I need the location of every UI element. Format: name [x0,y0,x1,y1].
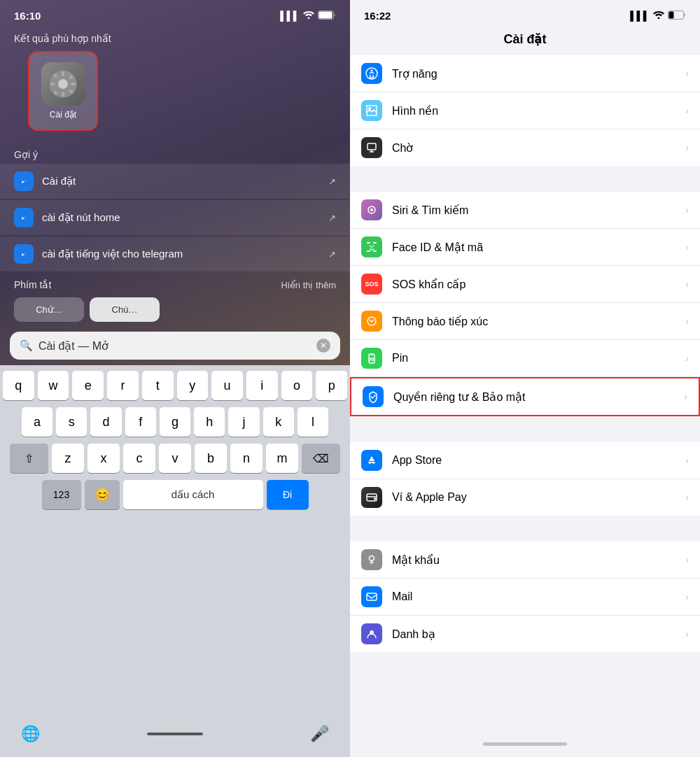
right-battery [668,10,686,22]
svg-rect-22 [368,143,376,150]
key-r[interactable]: r [107,371,139,400]
key-c[interactable]: c [123,444,155,473]
mic-icon[interactable]: 🎤 [310,725,329,743]
svg-point-30 [373,246,374,247]
right-home-indicator-bar [350,737,700,757]
svg-rect-26 [373,242,377,243]
quyen-rieng-tu-label: Quyền riêng tư & Bảo mật [393,390,684,404]
key-f[interactable]: f [125,407,156,437]
best-match-app-name: Cài đặt [50,110,76,120]
key-j[interactable]: j [228,407,259,437]
suggestion-item-2[interactable]: cài đặt tiếng việt cho telegram ↗ [0,236,350,271]
search-icon: 🔍 [20,339,33,352]
key-w[interactable]: w [38,371,69,400]
settings-row-faceid[interactable]: Face ID & Mật mã › [350,229,700,266]
tro-nang-label: Trợ năng [392,67,685,80]
svg-rect-34 [370,358,374,361]
sos-label: SOS khẩn cấp [392,278,685,291]
key-b[interactable]: b [195,444,227,473]
key-e[interactable]: e [72,371,104,400]
key-q[interactable]: q [3,371,34,400]
settings-row-mail[interactable]: Mail › [350,579,700,616]
globe-icon[interactable]: 🌐 [21,725,40,743]
wifi-icon [303,10,314,21]
key-k[interactable]: k [263,407,294,437]
appstore-icon [361,450,382,471]
key-v[interactable]: v [159,444,191,473]
key-shift[interactable]: ⇧ [10,444,48,473]
settings-row-thong-bao[interactable]: Thông báo tiếp xúc › [350,303,700,340]
key-d[interactable]: d [90,407,121,437]
search-bar[interactable]: 🔍 Cài đặt — Mở ✕ [10,332,340,360]
thong-bao-icon [361,311,382,332]
settings-row-tro-nang[interactable]: Trợ năng › [350,55,700,92]
left-panel: 16:10 ▌▌▌ Kết quả phù hợp nhất [0,0,350,757]
settings-row-sos[interactable]: SOS SOS khẩn cấp › [350,266,700,303]
key-y[interactable]: y [177,371,209,400]
key-x[interactable]: x [88,444,120,473]
key-t[interactable]: t [142,371,174,400]
right-signal-icon: ▌▌▌ [630,10,650,21]
key-u[interactable]: u [211,371,243,400]
keyboard-row-3: ⇧ z x c v b n m ⌫ [3,444,347,473]
pin-icon [361,348,382,369]
suggestion-text-1: cài đặt nút home [42,211,320,224]
settings-row-appstore[interactable]: App Store › [350,442,700,479]
search-clear-button[interactable]: ✕ [316,339,330,353]
settings-row-quyen-rieng-tu[interactable]: Quyền riêng tư & Bảo mật › [350,377,700,416]
shortcut-chip-0[interactable]: Chứ… [14,297,84,322]
key-123[interactable]: 123 [42,480,81,509]
suggestion-item-0[interactable]: Cài đặt ↗ [0,164,350,199]
key-i[interactable]: i [246,371,278,400]
key-s[interactable]: s [56,407,87,437]
mat-khau-label: Mật khẩu [392,553,685,567]
shortcuts-more[interactable]: Hiển thị thêm [281,280,336,290]
shortcuts-label: Phím tắt [14,279,51,290]
settings-row-mat-khau[interactable]: Mật khẩu › [350,542,700,579]
svg-rect-27 [367,250,370,252]
svg-point-29 [370,246,371,247]
right-panel: 16:22 ▌▌▌ Cài đặt [350,0,700,757]
settings-row-pin[interactable]: Pin › [350,340,700,377]
svg-rect-18 [669,11,674,18]
hinh-nen-icon [361,100,382,121]
safari-icon-1 [14,208,34,227]
key-m[interactable]: m [266,444,298,473]
svg-point-16 [658,17,660,20]
vi-apple-pay-label: Ví & Apple Pay [392,491,685,504]
key-l[interactable]: l [298,407,328,437]
settings-row-cho[interactable]: Chờ › [350,129,700,166]
mat-khau-icon [361,549,382,570]
settings-row-vi-apple-pay[interactable]: Ví & Apple Pay › [350,479,700,516]
thong-bao-chevron: › [685,316,689,327]
tro-nang-icon [361,63,382,84]
search-input-text[interactable]: Cài đặt — Mở [38,339,311,353]
key-p[interactable]: p [316,371,347,400]
keyboard-row-4: 123 😊 dấu cách Đi [3,480,347,509]
suggestions-label: Gợi ý [0,145,350,163]
key-o[interactable]: o [281,371,313,400]
settings-row-danh-ba[interactable]: Danh bạ › [350,616,700,652]
svg-rect-2 [319,11,332,18]
key-n[interactable]: n [230,444,262,473]
best-match-card[interactable]: Cài đặt [28,51,98,131]
keyboard: q w e r t y u i o p a s d f g h j k l ⇧ … [0,365,350,721]
bottom-bar: 🌐 🎤 [0,721,350,757]
settings-row-siri[interactable]: Siri & Tìm kiếm › [350,192,700,229]
key-z[interactable]: z [52,444,84,473]
shortcuts-header: Phím tắt Hiển thị thêm [0,272,350,295]
settings-row-hinh-nen[interactable]: Hình nền › [350,92,700,129]
thong-bao-label: Thông báo tiếp xúc [392,315,685,328]
key-h[interactable]: h [194,407,225,437]
key-g[interactable]: g [160,407,190,437]
key-emoji[interactable]: 😊 [85,480,120,509]
key-go[interactable]: Đi [267,480,309,509]
key-backspace[interactable]: ⌫ [302,444,340,473]
sos-icon: SOS [361,274,382,295]
key-space[interactable]: dấu cách [123,480,263,509]
shortcut-chip-1[interactable]: Chú… [90,297,160,322]
key-a[interactable]: a [22,407,52,437]
safari-icon-0 [14,171,34,191]
svg-rect-8 [71,83,76,85]
suggestion-item-1[interactable]: cài đặt nút home ↗ [0,200,350,235]
